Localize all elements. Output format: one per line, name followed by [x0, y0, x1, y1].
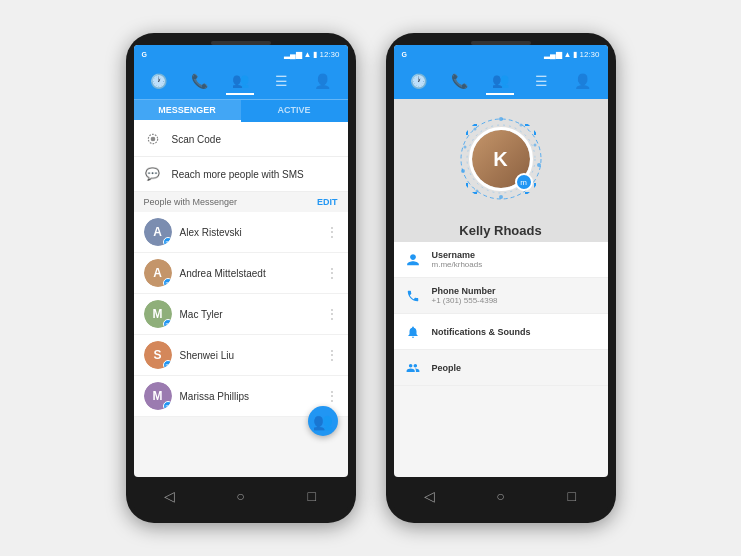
- contact-item[interactable]: A m Alex Ristevski ⋮: [134, 212, 348, 253]
- nav-list-icon-r[interactable]: ☰: [528, 67, 556, 95]
- svg-point-9: [499, 195, 503, 199]
- svg-point-13: [473, 128, 476, 131]
- contact-item[interactable]: M m Mac Tyler ⋮: [134, 294, 348, 335]
- more-icon[interactable]: ⋮: [326, 389, 338, 403]
- top-nav-left: 🕐 📞 👥 ☰ 👤: [134, 63, 348, 99]
- svg-point-1: [151, 137, 155, 141]
- username-content: Username m.me/krhoads: [432, 250, 483, 269]
- more-icon[interactable]: ⋮: [326, 225, 338, 239]
- contact-name-alex: Alex Ristevski: [180, 227, 318, 238]
- nav-person-icon-r[interactable]: 👤: [569, 67, 597, 95]
- username-icon: [404, 251, 422, 269]
- bell-icon: [404, 323, 422, 341]
- edit-button[interactable]: EDIT: [317, 197, 338, 207]
- nav-people-icon-r[interactable]: 👥: [486, 67, 514, 95]
- sms-label: Reach more people with SMS: [172, 169, 304, 180]
- avatar-alex: A m: [144, 218, 172, 246]
- menu-scan-code[interactable]: Scan Code: [134, 122, 348, 157]
- profile-people-row[interactable]: People: [394, 350, 608, 386]
- username-value: m.me/krhoads: [432, 260, 483, 269]
- nav-phone-icon-r[interactable]: 📞: [445, 67, 473, 95]
- people-icon-profile: [404, 359, 422, 377]
- back-button-r[interactable]: ◁: [414, 484, 444, 508]
- nav-people-icon[interactable]: 👥: [226, 67, 254, 95]
- google-g-right: G: [402, 51, 407, 58]
- avatar-shenwei: S m: [144, 341, 172, 369]
- messenger-badge: m: [163, 319, 172, 328]
- tab-messenger[interactable]: MESSENGER: [134, 100, 241, 122]
- contact-name-shenwei: Shenwei Liu: [180, 350, 318, 361]
- phone-right: G ▂▄▆ ▲ ▮ 12:30 🕐 📞 👥 ☰ 👤: [386, 33, 616, 523]
- contact-name-marissa: Marissa Phillips: [180, 391, 318, 402]
- more-icon[interactable]: ⋮: [326, 307, 338, 321]
- home-button-r[interactable]: ○: [485, 484, 515, 508]
- profile-name: Kelly Rhoads: [459, 223, 541, 238]
- more-icon[interactable]: ⋮: [326, 348, 338, 362]
- contacts-list: A m Alex Ristevski ⋮ A m Andrea Mittelst…: [134, 212, 348, 477]
- username-label: Username: [432, 250, 483, 260]
- nav-list-icon[interactable]: ☰: [268, 67, 296, 95]
- recent-button[interactable]: □: [297, 484, 327, 508]
- home-button[interactable]: ○: [225, 484, 255, 508]
- phone-number-label: Phone Number: [432, 286, 498, 296]
- scan-ring-svg: [457, 115, 545, 203]
- svg-point-4: [499, 117, 503, 121]
- profile-notifications-row[interactable]: Notifications & Sounds: [394, 314, 608, 350]
- tabs-container: MESSENGER ACTIVE: [134, 99, 348, 122]
- profile-name-section: Kelly Rhoads: [394, 219, 608, 242]
- avatar-mac: M m: [144, 300, 172, 328]
- messenger-badge: m: [163, 278, 172, 287]
- scan-code-label: Scan Code: [172, 134, 221, 145]
- profile-username-row[interactable]: Username m.me/krhoads: [394, 242, 608, 278]
- phone-number-icon: [404, 287, 422, 305]
- nav-clock-icon[interactable]: 🕐: [144, 67, 172, 95]
- nav-clock-icon-r[interactable]: 🕐: [404, 67, 432, 95]
- fab-button[interactable]: 👥: [308, 406, 338, 436]
- battery-icon: ▮: [313, 50, 317, 59]
- more-icon[interactable]: ⋮: [326, 266, 338, 280]
- recent-button-r[interactable]: □: [557, 484, 587, 508]
- battery-icon-r: ▮: [573, 50, 577, 59]
- svg-point-11: [461, 169, 465, 173]
- contact-item[interactable]: M m Marissa Phillips ⋮ 👥: [134, 376, 348, 417]
- signal-bars-r: ▂▄▆: [544, 50, 562, 59]
- svg-point-12: [463, 146, 466, 149]
- sms-icon: 💬: [144, 165, 162, 183]
- status-bar-right: G ▂▄▆ ▲ ▮ 12:30: [394, 45, 608, 63]
- menu-sms[interactable]: 💬 Reach more people with SMS: [134, 157, 348, 192]
- messenger-badge: m: [163, 401, 172, 410]
- time-left: 12:30: [319, 50, 339, 59]
- signal-bars: ▂▄▆: [284, 50, 302, 59]
- section-header: People with Messenger EDIT: [134, 192, 348, 212]
- svg-point-6: [533, 144, 536, 147]
- phone-number-value: +1 (301) 555-4398: [432, 296, 498, 305]
- profile-header: K m: [394, 99, 608, 219]
- contact-item[interactable]: S m Shenwei Liu ⋮: [134, 335, 348, 376]
- wifi-icon-r: ▲: [564, 50, 572, 59]
- contact-name-mac: Mac Tyler: [180, 309, 318, 320]
- notifications-content: Notifications & Sounds: [432, 327, 531, 337]
- nav-person-icon[interactable]: 👤: [309, 67, 337, 95]
- notifications-label: Notifications & Sounds: [432, 327, 531, 337]
- people-content: People: [432, 363, 462, 373]
- messenger-badge-profile: m: [515, 173, 533, 191]
- back-button[interactable]: ◁: [154, 484, 184, 508]
- status-right: ▂▄▆ ▲ ▮ 12:30: [284, 50, 340, 59]
- status-bar-left: G ▂▄▆ ▲ ▮ 12:30: [134, 45, 348, 63]
- time-right: 12:30: [579, 50, 599, 59]
- avatar-andrea: A m: [144, 259, 172, 287]
- contact-item[interactable]: A m Andrea Mittelstaedt ⋮: [134, 253, 348, 294]
- svg-point-10: [475, 190, 478, 193]
- messenger-badge: m: [163, 360, 172, 369]
- profile-phone-row[interactable]: Phone Number +1 (301) 555-4398: [394, 278, 608, 314]
- svg-point-7: [537, 163, 541, 167]
- people-label: People: [432, 363, 462, 373]
- phone-screen-right: G ▂▄▆ ▲ ▮ 12:30 🕐 📞 👥 ☰ 👤: [394, 45, 608, 477]
- tab-active[interactable]: ACTIVE: [241, 100, 348, 122]
- nav-phone-icon[interactable]: 📞: [185, 67, 213, 95]
- bottom-nav-left: ◁ ○ □: [134, 481, 348, 511]
- scan-icon: [144, 130, 162, 148]
- avatar-marissa: M m: [144, 382, 172, 410]
- bottom-nav-right: ◁ ○ □: [394, 481, 608, 511]
- phone-screen-left: G ▂▄▆ ▲ ▮ 12:30 🕐 📞 👥 ☰ 👤 MESSENGER ACTI…: [134, 45, 348, 477]
